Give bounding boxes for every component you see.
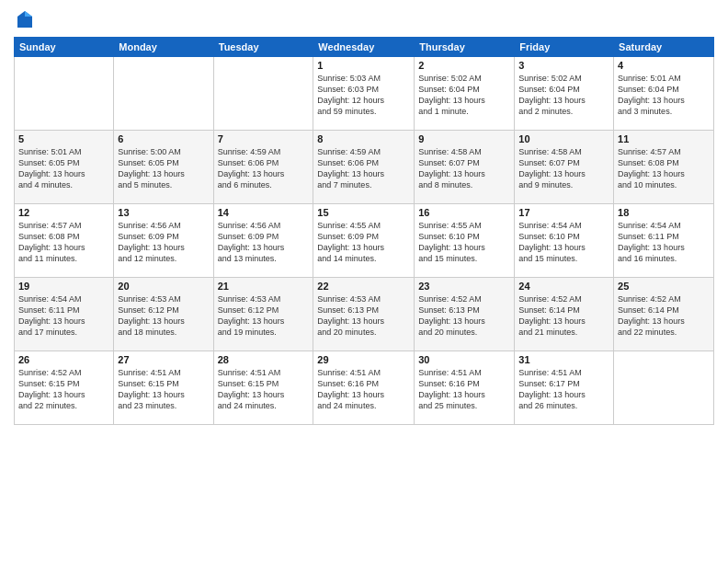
calendar-week-4: 19Sunrise: 4:54 AM Sunset: 6:11 PM Dayli… — [15, 278, 714, 351]
day-number: 20 — [118, 281, 209, 292]
calendar-day-30: 30Sunrise: 4:51 AM Sunset: 6:16 PM Dayli… — [415, 351, 515, 425]
day-info: Sunrise: 4:56 AM Sunset: 6:09 PM Dayligh… — [218, 220, 310, 265]
calendar-day-12: 12Sunrise: 4:57 AM Sunset: 6:08 PM Dayli… — [15, 204, 114, 278]
calendar-day-28: 28Sunrise: 4:51 AM Sunset: 6:15 PM Dayli… — [213, 351, 313, 425]
day-number: 15 — [317, 207, 410, 218]
day-info: Sunrise: 5:00 AM Sunset: 6:05 PM Dayligh… — [118, 146, 209, 191]
day-info: Sunrise: 4:52 AM Sunset: 6:15 PM Dayligh… — [18, 367, 109, 412]
day-info: Sunrise: 4:56 AM Sunset: 6:09 PM Dayligh… — [118, 220, 209, 265]
day-info: Sunrise: 4:51 AM Sunset: 6:17 PM Dayligh… — [518, 367, 609, 412]
calendar-day-6: 6Sunrise: 5:00 AM Sunset: 6:05 PM Daylig… — [114, 131, 213, 204]
weekday-header-friday: Friday — [515, 38, 614, 57]
calendar-week-2: 5Sunrise: 5:01 AM Sunset: 6:05 PM Daylig… — [15, 131, 714, 204]
day-info: Sunrise: 5:02 AM Sunset: 6:04 PM Dayligh… — [418, 73, 510, 118]
day-info: Sunrise: 4:52 AM Sunset: 6:13 PM Dayligh… — [418, 293, 510, 339]
day-number: 19 — [18, 281, 109, 292]
day-number: 8 — [317, 133, 410, 144]
calendar-day-16: 16Sunrise: 4:55 AM Sunset: 6:10 PM Dayli… — [415, 204, 515, 278]
day-number: 18 — [618, 207, 710, 218]
day-info: Sunrise: 4:54 AM Sunset: 6:11 PM Dayligh… — [18, 293, 109, 339]
day-info: Sunrise: 4:51 AM Sunset: 6:16 PM Dayligh… — [418, 367, 510, 412]
calendar-day-10: 10Sunrise: 4:58 AM Sunset: 6:07 PM Dayli… — [515, 131, 614, 204]
day-info: Sunrise: 4:52 AM Sunset: 6:14 PM Dayligh… — [618, 293, 710, 339]
day-info: Sunrise: 4:54 AM Sunset: 6:11 PM Dayligh… — [618, 220, 710, 265]
calendar-day-25: 25Sunrise: 4:52 AM Sunset: 6:14 PM Dayli… — [614, 278, 714, 351]
day-number: 24 — [518, 281, 609, 292]
day-number: 30 — [418, 354, 510, 365]
calendar-day-21: 21Sunrise: 4:53 AM Sunset: 6:12 PM Dayli… — [213, 278, 313, 351]
calendar-day-14: 14Sunrise: 4:56 AM Sunset: 6:09 PM Dayli… — [213, 204, 313, 278]
logo-icon — [14, 9, 36, 31]
day-number: 22 — [317, 281, 410, 292]
day-number: 26 — [18, 354, 109, 365]
calendar-day-3: 3Sunrise: 5:02 AM Sunset: 6:04 PM Daylig… — [515, 57, 614, 131]
calendar-day-29: 29Sunrise: 4:51 AM Sunset: 6:16 PM Dayli… — [313, 351, 415, 425]
day-number: 29 — [317, 354, 410, 365]
day-info: Sunrise: 5:01 AM Sunset: 6:05 PM Dayligh… — [18, 146, 109, 191]
day-number: 1 — [317, 60, 410, 71]
calendar-day-26: 26Sunrise: 4:52 AM Sunset: 6:15 PM Dayli… — [15, 351, 114, 425]
empty-cell — [213, 57, 313, 131]
day-number: 27 — [118, 354, 209, 365]
calendar-day-1: 1Sunrise: 5:03 AM Sunset: 6:03 PM Daylig… — [313, 57, 415, 131]
calendar-day-17: 17Sunrise: 4:54 AM Sunset: 6:10 PM Dayli… — [515, 204, 614, 278]
calendar-day-19: 19Sunrise: 4:54 AM Sunset: 6:11 PM Dayli… — [15, 278, 114, 351]
calendar-day-11: 11Sunrise: 4:57 AM Sunset: 6:08 PM Dayli… — [614, 131, 714, 204]
day-info: Sunrise: 5:02 AM Sunset: 6:04 PM Dayligh… — [518, 73, 609, 118]
day-info: Sunrise: 4:58 AM Sunset: 6:07 PM Dayligh… — [518, 146, 609, 191]
calendar-header: SundayMondayTuesdayWednesdayThursdayFrid… — [15, 38, 714, 57]
day-info: Sunrise: 4:51 AM Sunset: 6:16 PM Dayligh… — [317, 367, 410, 412]
weekday-header-wednesday: Wednesday — [313, 38, 415, 57]
day-info: Sunrise: 4:53 AM Sunset: 6:12 PM Dayligh… — [218, 293, 310, 339]
calendar-day-8: 8Sunrise: 4:59 AM Sunset: 6:06 PM Daylig… — [313, 131, 415, 204]
calendar-week-5: 26Sunrise: 4:52 AM Sunset: 6:15 PM Dayli… — [15, 351, 714, 425]
day-number: 11 — [618, 133, 710, 144]
calendar-week-1: 1Sunrise: 5:03 AM Sunset: 6:03 PM Daylig… — [15, 57, 714, 131]
empty-cell — [114, 57, 213, 131]
day-number: 28 — [218, 354, 310, 365]
weekday-header-saturday: Saturday — [614, 38, 714, 57]
calendar-day-31: 31Sunrise: 4:51 AM Sunset: 6:17 PM Dayli… — [515, 351, 614, 425]
day-number: 21 — [218, 281, 310, 292]
calendar-day-13: 13Sunrise: 4:56 AM Sunset: 6:09 PM Dayli… — [114, 204, 213, 278]
day-number: 12 — [18, 207, 109, 218]
day-info: Sunrise: 4:53 AM Sunset: 6:12 PM Dayligh… — [118, 293, 209, 339]
calendar-day-20: 20Sunrise: 4:53 AM Sunset: 6:12 PM Dayli… — [114, 278, 213, 351]
day-number: 25 — [618, 281, 710, 292]
calendar-table: SundayMondayTuesdayWednesdayThursdayFrid… — [14, 37, 714, 425]
day-info: Sunrise: 5:03 AM Sunset: 6:03 PM Dayligh… — [317, 73, 410, 118]
day-number: 5 — [18, 133, 109, 144]
day-info: Sunrise: 4:58 AM Sunset: 6:07 PM Dayligh… — [418, 146, 510, 191]
calendar-day-5: 5Sunrise: 5:01 AM Sunset: 6:05 PM Daylig… — [15, 131, 114, 204]
empty-cell — [614, 351, 714, 425]
calendar-day-24: 24Sunrise: 4:52 AM Sunset: 6:14 PM Dayli… — [515, 278, 614, 351]
calendar-day-15: 15Sunrise: 4:55 AM Sunset: 6:09 PM Dayli… — [313, 204, 415, 278]
day-info: Sunrise: 5:01 AM Sunset: 6:04 PM Dayligh… — [618, 73, 710, 118]
header — [14, 9, 714, 31]
day-info: Sunrise: 4:51 AM Sunset: 6:15 PM Dayligh… — [118, 367, 209, 412]
day-info: Sunrise: 4:52 AM Sunset: 6:14 PM Dayligh… — [518, 293, 609, 339]
day-number: 17 — [518, 207, 609, 218]
day-number: 10 — [518, 133, 609, 144]
day-info: Sunrise: 4:59 AM Sunset: 6:06 PM Dayligh… — [218, 146, 310, 191]
day-number: 23 — [418, 281, 510, 292]
day-number: 14 — [218, 207, 310, 218]
day-info: Sunrise: 4:55 AM Sunset: 6:10 PM Dayligh… — [418, 220, 510, 265]
day-info: Sunrise: 4:51 AM Sunset: 6:15 PM Dayligh… — [218, 367, 310, 412]
calendar-day-27: 27Sunrise: 4:51 AM Sunset: 6:15 PM Dayli… — [114, 351, 213, 425]
calendar-day-18: 18Sunrise: 4:54 AM Sunset: 6:11 PM Dayli… — [614, 204, 714, 278]
day-number: 4 — [618, 60, 710, 71]
empty-cell — [15, 57, 114, 131]
calendar-body: 1Sunrise: 5:03 AM Sunset: 6:03 PM Daylig… — [15, 57, 714, 425]
calendar-day-9: 9Sunrise: 4:58 AM Sunset: 6:07 PM Daylig… — [415, 131, 515, 204]
calendar-day-23: 23Sunrise: 4:52 AM Sunset: 6:13 PM Dayli… — [415, 278, 515, 351]
weekday-header-thursday: Thursday — [415, 38, 515, 57]
day-number: 6 — [118, 133, 209, 144]
calendar-day-2: 2Sunrise: 5:02 AM Sunset: 6:04 PM Daylig… — [415, 57, 515, 131]
day-info: Sunrise: 4:55 AM Sunset: 6:09 PM Dayligh… — [317, 220, 410, 265]
weekday-header-monday: Monday — [114, 38, 213, 57]
day-info: Sunrise: 4:59 AM Sunset: 6:06 PM Dayligh… — [317, 146, 410, 191]
day-number: 31 — [518, 354, 609, 365]
header-row: SundayMondayTuesdayWednesdayThursdayFrid… — [15, 38, 714, 57]
day-number: 3 — [518, 60, 609, 71]
